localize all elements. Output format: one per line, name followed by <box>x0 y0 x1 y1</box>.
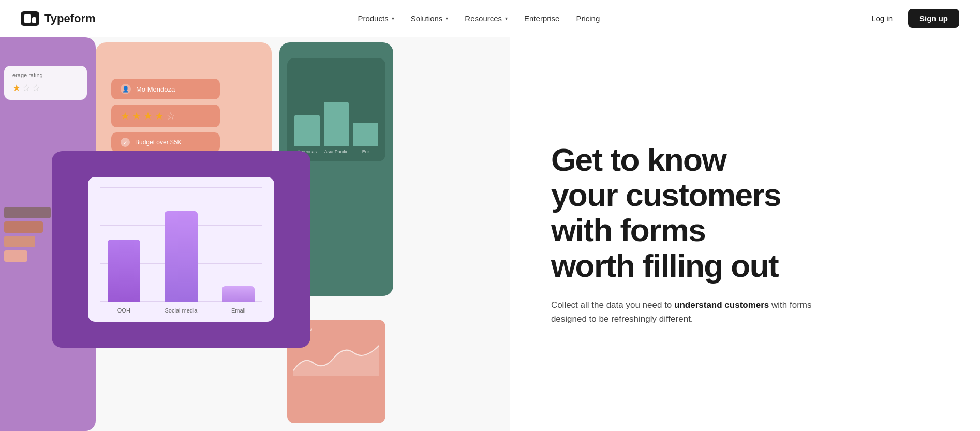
chart-container: OOH Social media Email <box>88 177 274 322</box>
chart-inner <box>100 187 262 302</box>
user-icon: 👤 <box>121 84 131 94</box>
main-chart-card: OOH Social media Email <box>52 151 310 348</box>
star-3-icon: ☆ <box>32 82 40 94</box>
teal-bar-eur <box>353 123 378 146</box>
chart-label-social: Social media <box>158 307 205 314</box>
star-icon: ★ <box>121 110 130 122</box>
nav-actions: Log in Sign up <box>862 9 959 28</box>
star-rating: ★ ☆ ☆ <box>12 82 79 94</box>
navbar: Typeform Products ▾ Solutions ▾ Resource… <box>0 0 980 37</box>
color-bar <box>4 250 27 262</box>
form-pill-name: 👤 Mo Mendoza <box>111 79 220 99</box>
star-icon: ★ <box>132 110 141 122</box>
star-icon: ☆ <box>166 110 175 122</box>
bar-ooh <box>108 240 140 302</box>
teal-bar-asia <box>324 102 349 146</box>
star-2-icon: ☆ <box>22 82 31 94</box>
bar-group-social <box>158 211 205 302</box>
color-bars <box>0 203 57 266</box>
nav-item-enterprise[interactable]: Enterprise <box>517 10 567 27</box>
chart-bars <box>100 187 262 302</box>
color-bar <box>4 221 43 233</box>
hero-visual: erage rating ★ ☆ ☆ 👤 Mo Mendoza ★ ★ ★ ★ … <box>0 37 510 431</box>
teal-bar-americas <box>294 115 320 146</box>
chevron-down-icon: ▾ <box>392 16 394 21</box>
login-button[interactable]: Log in <box>862 9 902 28</box>
signup-button[interactable]: Sign up <box>908 9 959 28</box>
chart-labels: OOH Social media Email <box>100 307 262 314</box>
chevron-down-icon: ▾ <box>446 16 448 21</box>
rating-label: erage rating <box>12 72 79 78</box>
form-budget-label: Budget over $5K <box>135 139 181 146</box>
brand-name: Typeform <box>44 12 96 25</box>
hero-section: erage rating ★ ☆ ☆ 👤 Mo Mendoza ★ ★ ★ ★ … <box>0 37 980 431</box>
star-1-icon: ★ <box>12 82 21 94</box>
nav-item-resources[interactable]: Resources ▾ <box>457 10 515 27</box>
bar-group-email <box>215 286 262 302</box>
color-bar <box>4 236 35 247</box>
teal-label-eur: Eur <box>353 149 378 154</box>
teal-chart: Americas Asia Pacific Eur <box>287 58 385 161</box>
nav-item-solutions[interactable]: Solutions ▾ <box>404 10 456 27</box>
logo-icon <box>21 11 39 26</box>
bar-social <box>165 211 197 302</box>
hero-subtext: Collect all the data you need to underst… <box>551 298 820 326</box>
chart-label-ooh: OOH <box>100 307 147 314</box>
form-pill-stars: ★ ★ ★ ★ ☆ <box>111 105 220 127</box>
teal-chart-bars <box>294 89 378 146</box>
rating-card: erage rating ★ ☆ ☆ <box>4 66 87 100</box>
check-icon: ✓ <box>121 138 130 147</box>
chevron-down-icon: ▾ <box>505 16 508 21</box>
bar-group-ooh <box>100 240 147 302</box>
star-icon: ★ <box>155 110 164 122</box>
chart-label-email: Email <box>215 307 262 314</box>
star-icon: ★ <box>143 110 153 122</box>
hero-heading: Get to know your customers with forms wo… <box>551 142 944 284</box>
teal-label-asia: Asia Pacific <box>324 149 349 154</box>
brand-logo[interactable]: Typeform <box>21 11 96 26</box>
form-items: 👤 Mo Mendoza ★ ★ ★ ★ ☆ ✓ Budget over $5K <box>111 79 220 152</box>
bar-email <box>222 286 255 302</box>
form-name-label: Mo Mendoza <box>136 85 175 93</box>
nav-item-pricing[interactable]: Pricing <box>569 10 607 27</box>
nav-links: Products ▾ Solutions ▾ Resources ▾ Enter… <box>350 10 607 27</box>
color-bar <box>4 207 51 218</box>
nav-item-products[interactable]: Products ▾ <box>350 10 401 27</box>
form-pill-budget: ✓ Budget over $5K <box>111 132 220 152</box>
hero-text: Get to know your customers with forms wo… <box>510 37 980 431</box>
